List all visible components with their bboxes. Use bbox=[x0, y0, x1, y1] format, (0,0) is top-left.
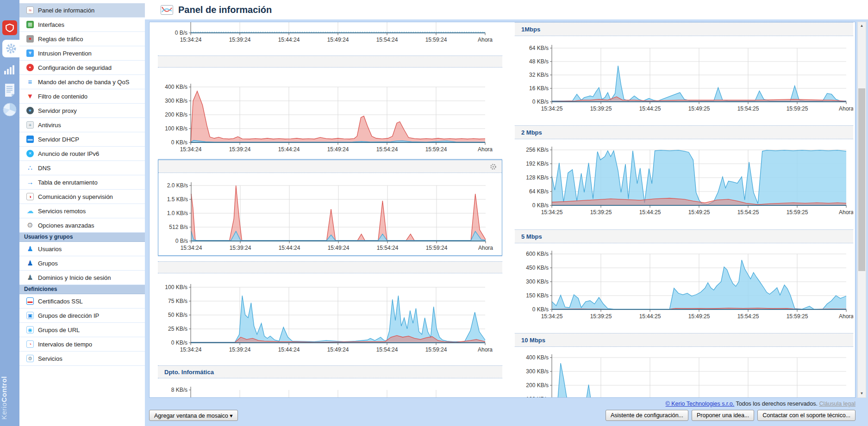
tile-header-left-3 bbox=[158, 160, 502, 173]
tile-settings-gear-icon[interactable] bbox=[490, 163, 497, 170]
config-assistant-button[interactable]: Asistente de configuración... bbox=[606, 410, 688, 421]
kerio-shield-logo-icon[interactable] bbox=[2, 20, 17, 35]
sidebar-item-shield[interactable]: ▼Intrusion Prevention bbox=[19, 46, 145, 61]
svg-text:15:54:25: 15:54:25 bbox=[737, 313, 759, 320]
tile-header-right-1: 1Mbps bbox=[515, 22, 853, 36]
statistics-pie-icon[interactable] bbox=[3, 103, 17, 118]
scrollbar-thumb[interactable] bbox=[858, 88, 865, 271]
tile-header-right-2: 2 Mbps bbox=[515, 125, 853, 139]
svg-text:15:34:24: 15:34:24 bbox=[180, 346, 202, 353]
svg-text:15:34:24: 15:34:24 bbox=[180, 37, 202, 43]
sidebar-item-label: Servicios remotos bbox=[38, 208, 86, 215]
svg-text:8 KB/s: 8 KB/s bbox=[171, 387, 187, 393]
svg-text:15:54:25: 15:54:25 bbox=[737, 105, 759, 112]
add-tile-button[interactable]: Agregar ventana de mosaico ▾ bbox=[149, 410, 238, 421]
sidebar-item-advanced-gear[interactable]: ⚙Opciones avanzadas bbox=[19, 218, 145, 233]
sidebar-item-label: Grupos bbox=[38, 260, 58, 267]
sidebar-item-stop-hand[interactable]: ▪Configuración de seguridad bbox=[19, 61, 145, 75]
stop-hand-icon: ▪ bbox=[26, 64, 34, 71]
charts-column-right: 1Mbps64 KB/s48 KB/s32 KB/s16 KB/s0 KB/s1… bbox=[515, 22, 853, 398]
logs-document-icon[interactable] bbox=[4, 83, 15, 99]
sidebar-item-ssl-certificate[interactable]: ▬Certificados SSL bbox=[19, 294, 145, 309]
sidebar-item-proxy-mask[interactable]: ●Servidor proxy bbox=[19, 104, 145, 118]
chart-left-4[interactable]: 100 KB/s75 KB/s50 KB/s25 KB/s0 KB/s15:34… bbox=[158, 284, 502, 356]
svg-text:64 KB/s: 64 KB/s bbox=[529, 45, 549, 51]
configuration-tab-gear-icon[interactable] bbox=[2, 40, 19, 57]
tile-header-right-3: 5 Mbps bbox=[515, 229, 853, 243]
sidebar-item-dashboard-chart[interactable]: ≈Panel de información bbox=[19, 3, 145, 18]
sidebar-item-label: Opciones avanzadas bbox=[38, 222, 94, 229]
svg-text:100 KB/s: 100 KB/s bbox=[165, 125, 187, 132]
sidebar-item-label: Grupos de URL bbox=[38, 327, 80, 333]
advanced-gear-icon: ⚙ bbox=[26, 222, 34, 229]
kerio-copyright-link[interactable]: © Kerio Technologies s.r.o. bbox=[666, 401, 735, 407]
app-icon-bar: KerioControl bbox=[0, 0, 19, 426]
main-area: Panel de información 0 B/s15:34:2415:39:… bbox=[145, 0, 868, 426]
sidebar-item-user[interactable]: ♟Usuarios bbox=[19, 242, 145, 256]
sidebar-item-label: Configuración de seguridad bbox=[38, 64, 112, 71]
sidebar-item-antivirus-syringe[interactable]: +Antivirus bbox=[19, 118, 145, 132]
tile-header-left-2 bbox=[158, 56, 502, 68]
sidebar-item-domain-login[interactable]: ♟Dominios y Inicio de sesión bbox=[19, 271, 145, 285]
sidebar-item-user-group[interactable]: ♟Grupos bbox=[19, 256, 145, 271]
kerio-control-brand: KerioControl bbox=[0, 376, 19, 420]
sidebar-item-label: Panel de información bbox=[38, 7, 94, 14]
sidebar-item-ip-address-groups[interactable]: ▣Grupos de dirección IP bbox=[19, 309, 145, 323]
svg-text:300 KB/s: 300 KB/s bbox=[526, 278, 549, 285]
chart-left-5[interactable]: 8 KB/s bbox=[158, 386, 502, 398]
sidebar-item-dhcp-monitor[interactable]: ▬Servidor DHCP bbox=[19, 132, 145, 147]
svg-text:Ahora: Ahora bbox=[478, 346, 493, 353]
svg-text:0 KB/s: 0 KB/s bbox=[171, 340, 187, 346]
chart-right-1[interactable]: 64 KB/s48 KB/s32 KB/s16 KB/s0 KB/s15:34:… bbox=[515, 44, 853, 115]
suggest-idea-button[interactable]: Proponer una idea... bbox=[692, 410, 754, 421]
dashboard-tile-left-3-selected[interactable]: 2.0 KB/s1.5 KB/s1.0 KB/s512 B/s0 B/s15:3… bbox=[158, 160, 502, 256]
svg-text:32 KB/s: 32 KB/s bbox=[529, 72, 549, 78]
scroll-down-arrow-icon[interactable]: ▼ bbox=[858, 390, 866, 397]
svg-text:15:44:25: 15:44:25 bbox=[639, 105, 661, 112]
chart-left-2[interactable]: 400 KB/s300 KB/s200 KB/s100 KB/s0 KB/s15… bbox=[158, 83, 502, 155]
svg-text:16 KB/s: 16 KB/s bbox=[529, 85, 549, 92]
svg-text:1.5 KB/s: 1.5 KB/s bbox=[167, 196, 188, 203]
vertical-scrollbar[interactable]: ▲ ▼ bbox=[857, 22, 866, 398]
svg-text:64 KB/s: 64 KB/s bbox=[529, 188, 549, 195]
contact-support-button[interactable]: Contactar con el soporte técnico... bbox=[757, 410, 856, 421]
sidebar-item-time-ranges[interactable]: ◔Intervalos de tiempo bbox=[19, 337, 145, 352]
svg-text:Ahora: Ahora bbox=[478, 245, 493, 251]
sidebar-item-dns-tree[interactable]: ∴DNS bbox=[19, 161, 145, 175]
chart-right-3[interactable]: 600 KB/s450 KB/s300 KB/s150 KB/s0 KB/s15… bbox=[515, 250, 853, 322]
sidebar-item-bandwidth-qos[interactable]: ≡Mando del ancho de banda y QoS bbox=[19, 75, 145, 89]
svg-text:15:49:24: 15:49:24 bbox=[327, 146, 349, 153]
footer-buttons: Asistente de configuración...Proponer un… bbox=[606, 410, 856, 421]
svg-text:Ahora: Ahora bbox=[478, 146, 493, 153]
tile-header-left-5: Dpto. Informática bbox=[158, 365, 502, 378]
sidebar-item-ipv6-router[interactable]: ×Anuncio de router IPv6 bbox=[19, 147, 145, 161]
chart-left-3[interactable]: 2.0 KB/s1.5 KB/s1.0 KB/s512 B/s0 B/s15:3… bbox=[158, 182, 502, 254]
sidebar-item-traffic-light[interactable]: ●Reglas de tráfico bbox=[19, 32, 145, 46]
sidebar-item-cloud-services[interactable]: ☁Servicios remotos bbox=[19, 204, 145, 218]
sidebar-item-network-card[interactable]: ▦Interfaces bbox=[19, 18, 145, 32]
services-gear-icon: ⚙ bbox=[26, 355, 34, 362]
svg-text:15:59:25: 15:59:25 bbox=[787, 209, 808, 216]
sidebar-item-filter-funnel[interactable]: ▼Filtro de contenido bbox=[19, 89, 145, 104]
copyright-line: © Kerio Technologies s.r.o. Todos los de… bbox=[666, 401, 856, 407]
user-group-icon: ♟ bbox=[26, 259, 34, 267]
svg-text:400 KB/s: 400 KB/s bbox=[526, 354, 549, 361]
svg-text:15:34:25: 15:34:25 bbox=[541, 105, 563, 112]
scroll-up-arrow-icon[interactable]: ▲ bbox=[858, 22, 866, 30]
sidebar-item-services-gear[interactable]: ⚙Servicios bbox=[19, 352, 145, 366]
sidebar-item-monitoring-report[interactable]: ◑Comunicación y supervisión bbox=[19, 190, 145, 204]
sidebar-item-routing-table[interactable]: →Tabla de enrutamiento bbox=[19, 175, 145, 190]
filter-funnel-icon: ▼ bbox=[26, 93, 34, 100]
charts-column-left: 0 B/s15:34:2415:39:2415:44:2415:49:2415:… bbox=[158, 22, 502, 398]
svg-text:15:44:24: 15:44:24 bbox=[279, 245, 300, 251]
svg-text:15:34:24: 15:34:24 bbox=[181, 245, 202, 251]
ip-address-groups-icon: ▣ bbox=[26, 312, 34, 319]
status-bars-icon[interactable] bbox=[4, 65, 15, 77]
chart-right-4[interactable]: 400 KB/s300 KB/s200 KB/s100 KB/s0 KB/s15… bbox=[515, 354, 853, 398]
svg-text:50 KB/s: 50 KB/s bbox=[168, 312, 187, 318]
chart-left-1[interactable]: 0 B/s15:34:2415:39:2415:44:2415:49:2415:… bbox=[158, 22, 502, 56]
sidebar-item-url-groups[interactable]: ◉Grupos de URL bbox=[19, 323, 145, 337]
legal-clause-link[interactable]: Cláusula legal bbox=[819, 401, 856, 407]
chart-right-2[interactable]: 256 KB/s192 KB/s128 KB/s64 KB/s0 KB/s15:… bbox=[515, 146, 853, 218]
tile-title: 5 Mbps bbox=[521, 233, 542, 240]
